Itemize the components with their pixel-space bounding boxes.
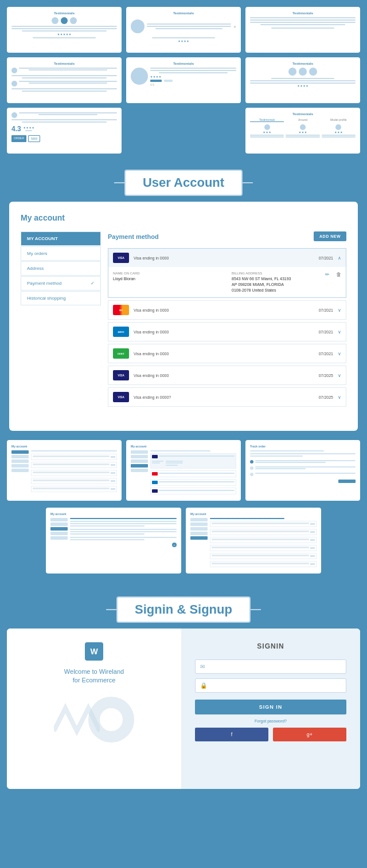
addresses-layout: + <box>50 518 177 547</box>
user-account-header-box: User Account <box>124 170 243 196</box>
content-header: Payment method ADD NEW <box>108 231 346 241</box>
card-title-2: Testimonials <box>131 11 236 15</box>
card-info-6: Visa ending in 0000? <box>134 395 319 399</box>
testimonial-card-7: 4.3 ORDER 5000 <box>7 108 122 154</box>
thumb-payment: My account <box>126 440 241 501</box>
payment-layout <box>131 450 236 496</box>
card-date-3: 07/2021 <box>319 330 333 334</box>
card-date-4: 07/2021 <box>319 352 333 356</box>
thumb-orders-title: My account <box>11 445 117 448</box>
order-row-4 <box>31 478 117 484</box>
card-info-4: Visa ending in 0000 <box>134 352 319 356</box>
thumb-addresses: My account + <box>46 508 181 574</box>
orders-sidebar <box>11 450 29 494</box>
payment-check-icon: ✓ <box>91 281 95 286</box>
historical-layout <box>190 518 317 569</box>
orders-layout <box>11 450 117 494</box>
thumb-addresses-title: My account <box>50 512 177 516</box>
password-icon: 🔒 <box>200 682 207 689</box>
testimonial-card-2: Testimonials ✕ <box>126 7 241 53</box>
testimonial-card-9: Testimonials Testimonials Around Model p… <box>245 108 360 154</box>
signin-section: W Welcome to Wireland for Ecommerce SIGN… <box>0 629 367 800</box>
spacer-1 <box>0 580 367 587</box>
name-on-card-label: Name on card <box>113 272 222 275</box>
social-buttons: f g+ <box>195 728 346 741</box>
account-thumb-row-1: My account <box>0 440 367 508</box>
payment-row-5[interactable]: VISA Visa ending in 0000 07/2025 ∨ <box>108 366 346 385</box>
name-on-card-col: Name on card Lloyd Bloran <box>113 272 222 293</box>
hist-row-2 <box>210 529 317 535</box>
historical-content <box>210 518 317 569</box>
circle-decoration <box>88 697 134 743</box>
password-field-inner[interactable]: 🔒 <box>195 678 346 693</box>
name-on-card-value: Lloyd Bloran <box>113 276 222 282</box>
sidebar-item-historical[interactable]: Historical shopping <box>21 291 101 305</box>
amex-logo: AMEX <box>113 327 129 337</box>
order-row-3 <box>31 470 117 476</box>
password-input[interactable] <box>210 683 341 689</box>
pcard-4 <box>150 488 236 494</box>
card-date-6: 07/2025 <box>319 395 333 399</box>
testimonials-grid: Testimonials Testimonials <box>0 0 367 160</box>
expanded-chevron-icon[interactable]: ∧ <box>338 256 341 261</box>
account-layout: MY ACCOUNT My orders Address Payment met… <box>21 231 346 409</box>
chevron-2[interactable]: ∨ <box>338 308 341 313</box>
wireland-tagline: Welcome to Wireland for Ecommerce <box>64 667 124 685</box>
signin-card: W Welcome to Wireland for Ecommerce SIGN… <box>7 629 360 789</box>
card-date-5: 07/2025 <box>319 374 333 378</box>
payment-content <box>150 450 236 496</box>
addresses-sidebar <box>50 518 68 547</box>
signin-decorative <box>54 697 134 743</box>
wireland-logo: W <box>85 642 103 661</box>
debit-logo: DEBIT <box>113 348 129 359</box>
payment-row-4[interactable]: DEBIT Visa ending in 0000 07/2021 ∨ <box>108 344 346 363</box>
thumb-payment-title: My account <box>131 445 236 448</box>
payment-row-expanded: VISA Visa ending in 0000 07/2021 ∧ Name … <box>108 248 346 298</box>
card-date-2: 07/2021 <box>319 308 333 312</box>
visa-logo-2: VISA <box>113 370 129 380</box>
expanded-card-info: Visa ending in 0000 <box>134 256 319 260</box>
sidebar-item-address[interactable]: Address <box>21 261 101 276</box>
card-title-6: Testimonials <box>250 62 356 65</box>
visa-logo-3: VISA <box>113 392 129 402</box>
card-title-3: Testimonials <box>250 11 356 15</box>
order-row-1 <box>31 454 117 460</box>
forgot-password-link[interactable]: Forgot password? <box>255 719 287 723</box>
chevron-4[interactable]: ∨ <box>338 351 341 356</box>
thumb-track: Track order <box>245 440 360 501</box>
card-title-1: Testimonials <box>11 11 117 15</box>
chevron-3[interactable]: ∨ <box>338 329 341 335</box>
payment-row-6[interactable]: VISA Visa ending in 0000? 07/2025 ∨ <box>108 387 346 407</box>
card-info-5: Visa ending in 0000 <box>134 374 319 378</box>
testimonial-card-5: Testimonials 4.5 <box>126 57 241 103</box>
sidebar-item-myorders[interactable]: My orders <box>21 246 101 261</box>
order-row-2 <box>31 462 117 468</box>
chevron-5[interactable]: ∨ <box>338 373 341 378</box>
testimonial-card-1: Testimonials <box>7 7 122 53</box>
thumb-orders: My account <box>7 440 122 501</box>
email-input[interactable] <box>208 664 341 670</box>
email-field-inner[interactable]: ✉ <box>195 659 346 674</box>
testimonial-card-3: Testimonials <box>245 7 360 53</box>
card-info-3: Visa ending in 0000 <box>134 330 319 334</box>
payment-row-2[interactable]: MC Visa ending in 0000 07/2021 ∨ <box>108 300 346 320</box>
testimonial-card-4: Testimonials <box>7 57 122 103</box>
chevron-6[interactable]: ∨ <box>338 395 341 400</box>
google-plus-button[interactable]: g+ <box>273 728 346 741</box>
sidebar-item-myaccount[interactable]: MY ACCOUNT <box>21 231 101 246</box>
expanded-card-header[interactable]: VISA Visa ending in 0000 07/2021 ∧ <box>108 249 346 267</box>
thumb-track-title: Track order <box>250 445 356 448</box>
payment-row-3[interactable]: AMEX Visa ending in 0000 07/2021 ∨ <box>108 322 346 341</box>
delete-icon[interactable]: 🗑 <box>336 272 341 277</box>
hist-row-4 <box>210 545 317 551</box>
sidebar-item-payment[interactable]: Payment method ✓ <box>21 276 101 290</box>
signin-right: SIGNIN ✉ 🔒 SIGN IN Forgot password? f g+ <box>181 629 360 789</box>
sign-in-button[interactable]: SIGN IN <box>195 700 346 714</box>
card-title-5: Testimonials <box>131 62 236 65</box>
edit-icon[interactable]: ✏ <box>325 272 330 277</box>
facebook-button[interactable]: f <box>195 728 268 741</box>
signin-heading: Signin & Signup <box>135 602 232 617</box>
card-title-9: Testimonials <box>250 112 356 116</box>
add-new-button[interactable]: ADD NEW <box>314 231 346 241</box>
email-field-wrapper: ✉ <box>195 659 346 674</box>
